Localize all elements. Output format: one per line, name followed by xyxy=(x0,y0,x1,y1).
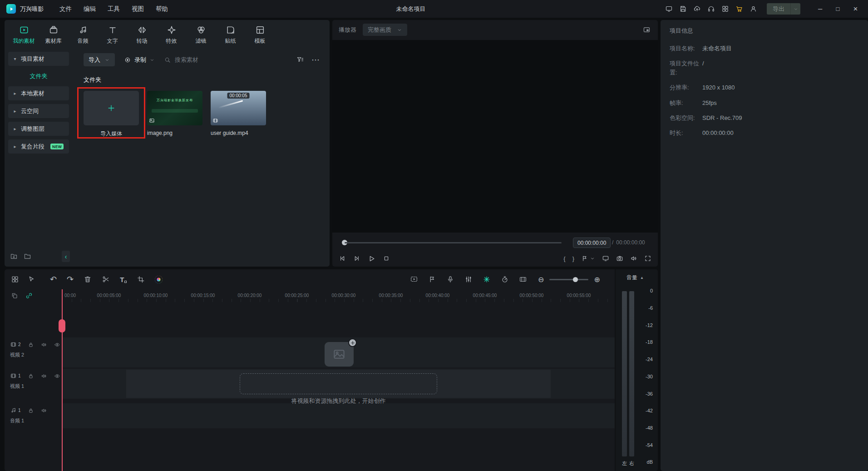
media-item-image[interactable]: 万兴喵影全球换新发布 image.png xyxy=(147,91,202,136)
track-lane-audio-1[interactable] xyxy=(62,403,615,428)
export-frame-icon[interactable] xyxy=(519,275,527,283)
lock-track-icon[interactable] xyxy=(28,407,34,414)
store-cart-icon[interactable] xyxy=(732,0,746,18)
split-scissors-button[interactable] xyxy=(102,275,110,283)
tab-stickers[interactable]: 贴纸 xyxy=(216,23,245,46)
quality-selector[interactable]: 完整画质 xyxy=(363,24,407,36)
keyframe-icon[interactable] xyxy=(483,275,491,283)
import-media-tile[interactable]: 导入媒体 xyxy=(84,91,139,138)
tab-transitions[interactable]: 转场 xyxy=(127,23,157,46)
sidebar-item-adjustment-layer[interactable]: ▸调整图层 xyxy=(8,122,69,136)
mute-icon[interactable] xyxy=(630,255,637,262)
render-preview-icon[interactable] xyxy=(410,275,418,283)
export-chevron-icon[interactable] xyxy=(790,3,800,15)
display-settings-icon[interactable] xyxy=(662,0,676,18)
sidebar-item-folder-selected[interactable]: 文件夹 xyxy=(8,69,69,83)
zoom-out-button[interactable]: ⊖ xyxy=(538,275,544,284)
menu-file[interactable]: 文件 xyxy=(54,3,78,15)
display-mode-icon[interactable] xyxy=(602,255,609,262)
previous-frame-button[interactable] xyxy=(339,255,346,262)
chevron-down-icon xyxy=(104,57,110,63)
maximize-button[interactable]: □ xyxy=(829,0,847,18)
import-media-droptarget[interactable] xyxy=(84,91,139,125)
copy-clip-icon[interactable] xyxy=(11,292,18,299)
lock-track-icon[interactable] xyxy=(28,373,34,379)
mute-track-icon[interactable] xyxy=(41,407,47,414)
link-clips-icon[interactable] xyxy=(25,292,33,299)
menu-help[interactable]: 帮助 xyxy=(150,3,174,15)
tab-audio[interactable]: 音频 xyxy=(68,23,98,46)
video-thumbnail[interactable]: 00:00:05 xyxy=(211,91,266,125)
volume-meter-header[interactable]: 音量 ▲ xyxy=(616,269,658,282)
preview-viewport[interactable] xyxy=(332,40,658,233)
play-button[interactable] xyxy=(368,255,375,263)
fullscreen-icon[interactable] xyxy=(644,255,651,262)
marker-button[interactable] xyxy=(581,255,595,262)
player-label[interactable]: 播放器 xyxy=(339,26,356,34)
redo-button[interactable]: ↷ xyxy=(67,275,74,283)
lock-track-icon[interactable] xyxy=(28,342,34,348)
mark-in-button[interactable]: { xyxy=(563,255,565,262)
tab-stock-media[interactable]: 素材库 xyxy=(39,23,68,46)
menu-tools[interactable]: 工具 xyxy=(102,3,126,15)
playhead-handle[interactable] xyxy=(59,319,65,332)
delete-button[interactable] xyxy=(84,275,92,283)
timeline-ruler[interactable]: 00:00 00:00:05:00 00:00:10:00 00:00:15:0… xyxy=(5,289,615,302)
manage-tracks-icon[interactable] xyxy=(11,275,19,283)
zoom-slider-knob[interactable] xyxy=(573,277,578,282)
cloud-upload-icon[interactable] xyxy=(690,0,704,18)
quick-text-button[interactable]: T xyxy=(120,276,127,283)
mark-out-button[interactable]: } xyxy=(572,255,574,262)
search-input[interactable] xyxy=(175,56,225,63)
mute-track-icon[interactable] xyxy=(41,373,47,379)
search-box[interactable] xyxy=(164,56,225,64)
tab-effects[interactable]: 特效 xyxy=(157,23,186,46)
seek-bar[interactable] xyxy=(345,242,562,243)
close-button[interactable]: × xyxy=(847,0,864,18)
export-button[interactable]: 导出 xyxy=(767,3,800,15)
audio-mixer-icon[interactable] xyxy=(464,275,473,283)
timeline-dropzone[interactable] xyxy=(240,373,437,394)
select-tool-icon[interactable] xyxy=(27,275,35,283)
hide-track-icon[interactable] xyxy=(54,342,60,348)
import-button[interactable]: 导入 xyxy=(84,53,115,66)
crop-button[interactable] xyxy=(137,275,145,283)
account-icon[interactable] xyxy=(746,0,760,18)
voiceover-mic-icon[interactable] xyxy=(446,275,454,283)
more-options-icon[interactable]: ⋯ xyxy=(311,56,320,64)
filter-icon[interactable] xyxy=(296,56,304,64)
zoom-in-button[interactable]: ⊕ xyxy=(594,275,600,284)
support-headset-icon[interactable] xyxy=(704,0,718,18)
tab-filters[interactable]: 滤镜 xyxy=(186,23,216,46)
next-frame-button[interactable] xyxy=(353,255,360,262)
tab-text[interactable]: 文字 xyxy=(98,23,127,46)
undo-button[interactable]: ↶ xyxy=(50,275,57,283)
hide-track-icon[interactable] xyxy=(54,373,60,379)
new-folder-icon[interactable] xyxy=(10,253,18,260)
menu-edit[interactable]: 编辑 xyxy=(78,3,102,15)
record-button[interactable]: 录制 xyxy=(124,56,155,64)
media-item-video[interactable]: 00:00:05 user guide.mp4 xyxy=(211,91,266,136)
folder-icon[interactable] xyxy=(24,253,31,260)
stop-button[interactable] xyxy=(383,255,390,262)
minimize-button[interactable]: ─ xyxy=(811,0,829,18)
sidebar-item-cloud-space[interactable]: ▸云空间 xyxy=(8,104,69,118)
image-thumbnail[interactable]: 万兴喵影全球换新发布 xyxy=(147,91,202,125)
color-correction-button[interactable] xyxy=(155,276,163,283)
compare-view-icon[interactable] xyxy=(643,26,651,34)
apps-grid-icon[interactable] xyxy=(718,0,732,18)
snapshot-icon[interactable] xyxy=(616,255,623,262)
sidebar-item-project-media[interactable]: ▾项目素材 xyxy=(8,52,69,66)
menu-view[interactable]: 视图 xyxy=(126,3,150,15)
sidebar-item-label: 项目素材 xyxy=(21,55,44,63)
zoom-slider[interactable] xyxy=(549,279,588,280)
sidebar-item-local-media[interactable]: ▸本地素材 xyxy=(8,86,69,100)
tab-my-media[interactable]: 我的素材 xyxy=(9,23,39,46)
marker-icon[interactable] xyxy=(428,275,436,283)
mute-track-icon[interactable] xyxy=(41,342,47,348)
sidebar-item-compound-clip[interactable]: ▸复合片段NEW xyxy=(8,139,69,154)
tab-templates[interactable]: 模板 xyxy=(245,23,275,46)
save-icon[interactable] xyxy=(676,0,690,18)
collapse-sidebar-button[interactable]: ‹ xyxy=(62,251,70,262)
speed-icon[interactable] xyxy=(501,275,509,283)
